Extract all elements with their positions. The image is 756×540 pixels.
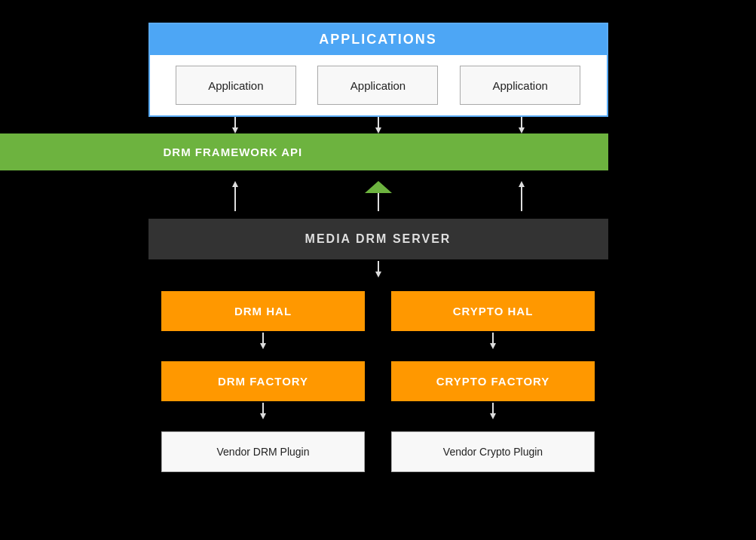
arrow-up-svg-3	[517, 181, 526, 211]
svg-marker-11	[519, 181, 525, 187]
drm-framework-wrapper: DRM FRAMEWORK API	[148, 133, 608, 170]
arrow-down-svg-3	[517, 117, 526, 133]
application-box-3: Application	[460, 66, 580, 105]
vendor-crypto-plugin-box: Vendor Crypto Plugin	[391, 431, 595, 472]
arrow-col-3	[461, 173, 582, 219]
svg-marker-3	[375, 127, 381, 133]
arrow-media-drm-svg	[374, 261, 383, 278]
drm-hal-box: DRM HAL	[161, 291, 365, 331]
svg-marker-15	[260, 343, 266, 349]
applications-header: APPLICATIONS	[150, 24, 607, 55]
crypto-hal-box: CRYPTO HAL	[391, 291, 595, 331]
arrow-hal-2	[391, 333, 595, 349]
arrow-factory-1	[161, 403, 365, 419]
arrow-hal-svg-1	[259, 333, 268, 349]
arrow-col-1	[175, 173, 295, 219]
arrow-down-svg-1	[231, 117, 240, 133]
arrow-up-svg-1	[231, 181, 240, 211]
arrow-app3-down	[461, 117, 582, 133]
plugin-row: Vendor DRM Plugin Vendor Crypto Plugin	[148, 431, 608, 472]
arrow-factory-row	[148, 403, 608, 419]
svg-marker-1	[232, 127, 238, 133]
arrow-hal-1	[161, 333, 365, 349]
applications-block: APPLICATIONS Application Application App…	[148, 23, 608, 117]
drm-framework-bar: DRM FRAMEWORK API	[0, 133, 608, 170]
svg-marker-13	[375, 272, 381, 278]
hal-row: DRM HAL CRYPTO HAL	[148, 291, 608, 331]
svg-marker-17	[490, 343, 496, 349]
application-box-1: Application	[176, 66, 296, 105]
arrow-factory-svg-2	[488, 403, 497, 419]
application-box-2: Application	[317, 66, 438, 105]
arrow-media-drm-down	[148, 261, 608, 278]
arrow-app2-down	[318, 117, 439, 133]
drm-factory-box: DRM FACTORY	[161, 361, 365, 401]
arrow-app1-down	[175, 117, 295, 133]
gap-section	[148, 173, 608, 219]
arrow-down-svg-2	[374, 117, 383, 133]
arrows-down-from-apps	[148, 117, 608, 133]
arrow-factory-2	[391, 403, 595, 419]
diagram-container: APPLICATIONS Application Application App…	[148, 23, 608, 472]
svg-marker-8	[365, 181, 392, 193]
arrow-notch-svg	[365, 181, 392, 211]
arrow-col-2	[318, 173, 439, 219]
svg-marker-19	[260, 413, 266, 419]
crypto-factory-box: CRYPTO FACTORY	[391, 361, 595, 401]
vendor-drm-plugin-box: Vendor DRM Plugin	[161, 431, 365, 472]
factory-row: DRM FACTORY CRYPTO FACTORY	[148, 361, 608, 401]
media-drm-server: MEDIA DRM SERVER	[148, 219, 608, 259]
applications-boxes: Application Application Application	[150, 55, 607, 115]
arrow-dual-hal	[148, 333, 608, 349]
svg-marker-7	[232, 181, 238, 187]
arrow-hal-svg-2	[488, 333, 497, 349]
svg-marker-5	[519, 127, 525, 133]
arrow-factory-svg-1	[259, 403, 268, 419]
svg-marker-21	[490, 413, 496, 419]
